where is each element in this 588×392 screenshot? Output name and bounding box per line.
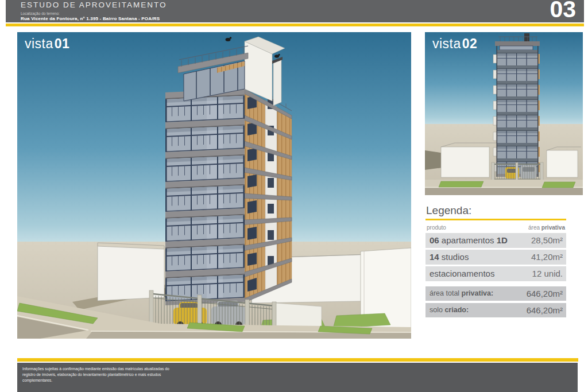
vista-02-word: vista <box>432 36 461 51</box>
total-prefix: solo <box>430 306 444 314</box>
tower-wood-facade <box>245 84 292 302</box>
vista-02-number: 02 <box>462 36 478 51</box>
yellow-rule-top <box>6 24 584 26</box>
tower-glass-facade <box>165 89 245 305</box>
vista-01-render <box>17 32 411 339</box>
vista-02-panel: vista02 <box>425 32 583 195</box>
presentation-slide: ESTUDO DE APROVEITAMENTO Localização do … <box>0 0 588 392</box>
disclaimer-text: Informações sujeitas à confirmação media… <box>22 366 173 384</box>
total-label: solo criado: <box>430 306 469 314</box>
total-value: 646,20m² <box>527 305 563 315</box>
table-row: 06 apartamentos 1D 28,50m² <box>425 233 566 248</box>
table-row: 14 studios 41,20m² <box>425 250 566 265</box>
vista-01-label: vista01 <box>25 36 69 52</box>
vista-01-panel: vista01 <box>17 32 411 339</box>
header-bar: ESTUDO DE APROVEITAMENTO Localização do … <box>6 0 584 22</box>
vista-01-word: vista <box>25 36 53 51</box>
location-label: Localização do terreno: <box>21 11 60 15</box>
page-title: ESTUDO DE APROVEITAMENTO <box>21 1 167 9</box>
row-qty: 06 <box>430 235 439 245</box>
total-bold: criado: <box>444 306 469 314</box>
row-name: estacionamentos <box>430 269 494 278</box>
row-value: 41,20m² <box>531 252 563 262</box>
row-name: studios <box>439 252 469 262</box>
legend-title: Legenda: <box>426 204 566 217</box>
tower-front <box>493 33 540 177</box>
total-label: área total privativa: <box>430 289 493 297</box>
total-row: área total privativa: 646,20m² <box>425 286 566 301</box>
col-produto: produto <box>427 224 446 231</box>
total-row: solo criado: 646,20m² <box>425 303 566 317</box>
row-qty: 14 <box>430 252 439 262</box>
col-area: área privativa <box>528 224 565 231</box>
row-label: estacionamentos <box>430 269 494 278</box>
row-label: 14 studios <box>430 252 469 262</box>
vista-02-label: vista02 <box>432 36 477 52</box>
vista-01-number: 01 <box>55 36 70 51</box>
row-tag: 1D <box>497 235 508 245</box>
vista-02-render <box>425 32 583 195</box>
neighbor-building-right <box>547 147 581 177</box>
yellow-rule-bottom <box>17 358 578 362</box>
legend-totals: área total privativa: 646,20m² solo cria… <box>425 286 566 317</box>
col-area-bold: privativa <box>541 224 565 231</box>
street-foreground <box>425 180 583 195</box>
row-label: 06 apartamentos 1D <box>430 235 508 245</box>
legend-header-row: produto área privativa <box>425 224 566 231</box>
row-value: 28,50m² <box>531 235 563 245</box>
row-name: apartamentos <box>439 235 497 245</box>
total-value: 646,20m² <box>527 289 563 298</box>
total-prefix: área total <box>430 289 462 297</box>
footer-bar: Informações sujeitas à confirmação media… <box>17 363 578 392</box>
col-area-prefix: área <box>528 224 541 231</box>
table-row: estacionamentos 12 unid. <box>425 266 566 281</box>
page-number: 03 <box>550 0 576 23</box>
address-text: Rua Vicente da Fontoura, nº 1.395 - Bair… <box>21 16 160 21</box>
legend-yellow-rule <box>425 219 566 220</box>
row-value: 12 unid. <box>532 269 563 278</box>
legend-section: Legenda: produto área privativa 06 apart… <box>425 204 566 320</box>
total-bold: privativa: <box>462 289 494 297</box>
